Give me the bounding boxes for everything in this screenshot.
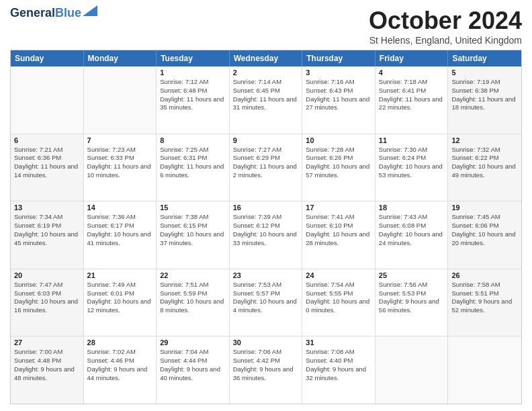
sunrise-text: Sunrise: 7:49 AM (87, 281, 153, 289)
calendar-row: 20Sunrise: 7:47 AMSunset: 6:03 PMDayligh… (11, 269, 521, 337)
sunset-text: Sunset: 6:22 PM (451, 154, 518, 163)
day-number: 4 (379, 68, 445, 77)
sunrise-text: Sunrise: 7:38 AM (160, 213, 226, 222)
calendar-cell: 15Sunrise: 7:38 AMSunset: 6:15 PMDayligh… (157, 201, 230, 269)
sunrise-text: Sunrise: 7:08 AM (306, 348, 371, 357)
calendar-cell: 19Sunrise: 7:45 AMSunset: 6:06 PMDayligh… (448, 201, 521, 269)
daylight-text: Daylight: 9 hours and 32 minutes. (306, 365, 371, 383)
title-block: October 2024 St Helens, England, United … (369, 7, 522, 46)
sunset-text: Sunset: 6:36 PM (14, 154, 80, 163)
calendar-cell (84, 66, 157, 134)
day-number: 1 (160, 68, 226, 77)
calendar-cell: 11Sunrise: 7:30 AMSunset: 6:24 PMDayligh… (375, 134, 449, 201)
daylight-text: Daylight: 10 hours and 4 minutes. (233, 298, 299, 315)
sunrise-text: Sunrise: 7:58 AM (451, 281, 518, 289)
sunrise-text: Sunrise: 7:30 AM (379, 146, 445, 154)
daylight-text: Daylight: 10 hours and 24 minutes. (379, 230, 445, 248)
weekday-header: Monday (84, 50, 157, 66)
sunrise-text: Sunrise: 7:56 AM (379, 281, 445, 289)
sunrise-text: Sunrise: 7:45 AM (451, 213, 518, 222)
sunset-text: Sunset: 4:46 PM (87, 357, 153, 365)
day-number: 17 (306, 203, 371, 212)
day-number: 14 (87, 203, 153, 212)
daylight-text: Daylight: 11 hours and 10 minutes. (87, 163, 153, 180)
day-number: 13 (14, 203, 80, 212)
sunset-text: Sunset: 6:17 PM (87, 222, 153, 230)
sunset-text: Sunset: 6:38 PM (451, 87, 518, 95)
sunrise-text: Sunrise: 7:32 AM (451, 146, 518, 154)
calendar-cell: 18Sunrise: 7:43 AMSunset: 6:08 PMDayligh… (375, 201, 449, 269)
day-number: 22 (160, 271, 226, 279)
daylight-text: Daylight: 11 hours and 18 minutes. (451, 95, 518, 113)
sunset-text: Sunset: 4:48 PM (14, 357, 80, 365)
day-number: 15 (160, 203, 226, 212)
day-number: 19 (451, 203, 518, 212)
sunrise-text: Sunrise: 7:47 AM (14, 281, 80, 289)
day-number: 30 (233, 338, 299, 347)
sunrise-text: Sunrise: 7:14 AM (233, 78, 299, 87)
sunrise-text: Sunrise: 7:21 AM (14, 146, 80, 154)
daylight-text: Daylight: 9 hours and 52 minutes. (451, 298, 518, 315)
daylight-text: Daylight: 11 hours and 22 minutes. (379, 95, 445, 113)
sunrise-text: Sunrise: 7:28 AM (306, 146, 371, 154)
calendar-cell: 2Sunrise: 7:14 AMSunset: 6:45 PMDaylight… (230, 66, 303, 134)
day-number: 25 (379, 271, 445, 279)
day-number: 2 (233, 68, 299, 77)
day-number: 20 (14, 271, 80, 279)
sunrise-text: Sunrise: 7:36 AM (87, 213, 153, 222)
sunset-text: Sunset: 6:29 PM (233, 154, 299, 163)
calendar-cell: 7Sunrise: 7:23 AMSunset: 6:33 PMDaylight… (84, 134, 157, 201)
calendar-cell: 8Sunrise: 7:25 AMSunset: 6:31 PMDaylight… (157, 134, 230, 201)
calendar-cell: 21Sunrise: 7:49 AMSunset: 6:01 PMDayligh… (84, 269, 157, 336)
sunrise-text: Sunrise: 7:12 AM (160, 78, 226, 87)
calendar-cell: 5Sunrise: 7:19 AMSunset: 6:38 PMDaylight… (448, 66, 521, 134)
sunrise-text: Sunrise: 7:34 AM (14, 213, 80, 222)
daylight-text: Daylight: 10 hours and 49 minutes. (451, 163, 518, 180)
day-number: 27 (14, 338, 80, 347)
calendar-cell: 9Sunrise: 7:27 AMSunset: 6:29 PMDaylight… (230, 134, 303, 201)
day-number: 18 (379, 203, 445, 212)
sunrise-text: Sunrise: 7:25 AM (160, 146, 226, 154)
daylight-text: Daylight: 10 hours and 28 minutes. (306, 230, 371, 248)
calendar-cell: 10Sunrise: 7:28 AMSunset: 6:26 PMDayligh… (302, 134, 375, 201)
calendar-body: 1Sunrise: 7:12 AMSunset: 6:48 PMDaylight… (11, 66, 521, 404)
daylight-text: Daylight: 11 hours and 35 minutes. (160, 95, 226, 113)
day-number: 8 (160, 136, 226, 144)
weekday-header: Sunday (11, 50, 84, 66)
calendar-header: SundayMondayTuesdayWednesdayThursdayFrid… (11, 50, 521, 66)
weekday-header: Saturday (448, 50, 521, 66)
month-title: October 2024 (369, 7, 522, 35)
calendar-cell: 28Sunrise: 7:02 AMSunset: 4:46 PMDayligh… (84, 336, 157, 404)
logo: GeneralBlue (10, 7, 97, 20)
day-number: 3 (306, 68, 371, 77)
calendar-cell: 31Sunrise: 7:08 AMSunset: 4:40 PMDayligh… (302, 336, 375, 404)
daylight-text: Daylight: 11 hours and 2 minutes. (233, 163, 299, 180)
calendar-cell: 24Sunrise: 7:54 AMSunset: 5:55 PMDayligh… (302, 269, 375, 336)
day-number: 12 (451, 136, 518, 144)
page: GeneralBlue October 2024 St Helens, Engl… (0, 0, 532, 411)
daylight-text: Daylight: 11 hours and 14 minutes. (14, 163, 80, 180)
day-number: 21 (87, 271, 153, 279)
daylight-text: Daylight: 10 hours and 37 minutes. (160, 230, 226, 248)
sunset-text: Sunset: 6:01 PM (87, 289, 153, 298)
calendar-cell: 6Sunrise: 7:21 AMSunset: 6:36 PMDaylight… (11, 134, 84, 201)
sunrise-text: Sunrise: 7:16 AM (306, 78, 371, 87)
day-number: 31 (306, 338, 371, 347)
daylight-text: Daylight: 10 hours and 57 minutes. (306, 163, 371, 180)
calendar-row: 6Sunrise: 7:21 AMSunset: 6:36 PMDaylight… (11, 134, 521, 202)
sunrise-text: Sunrise: 7:06 AM (233, 348, 299, 357)
sunrise-text: Sunrise: 7:23 AM (87, 146, 153, 154)
header: GeneralBlue October 2024 St Helens, Engl… (10, 7, 522, 46)
sunrise-text: Sunrise: 7:43 AM (379, 213, 445, 222)
calendar-cell (448, 336, 521, 404)
sunrise-text: Sunrise: 7:18 AM (379, 78, 445, 87)
sunrise-text: Sunrise: 7:51 AM (160, 281, 226, 289)
calendar-cell: 12Sunrise: 7:32 AMSunset: 6:22 PMDayligh… (448, 134, 521, 201)
sunset-text: Sunset: 6:26 PM (306, 154, 371, 163)
sunrise-text: Sunrise: 7:00 AM (14, 348, 80, 357)
weekday-header: Wednesday (230, 50, 303, 66)
calendar-cell: 14Sunrise: 7:36 AMSunset: 6:17 PMDayligh… (84, 201, 157, 269)
day-number: 11 (379, 136, 445, 144)
sunset-text: Sunset: 6:43 PM (306, 87, 371, 95)
calendar-cell: 23Sunrise: 7:53 AMSunset: 5:57 PMDayligh… (230, 269, 303, 336)
